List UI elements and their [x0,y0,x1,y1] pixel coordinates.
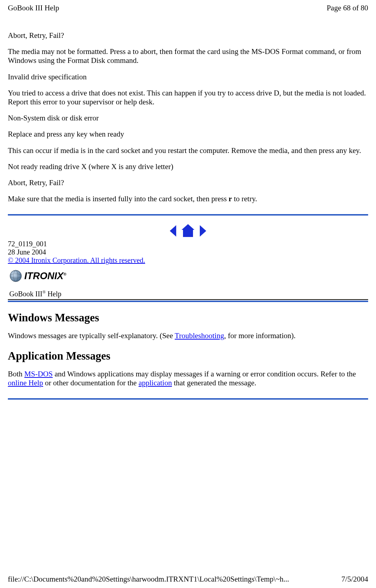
helpline-sup: ® [43,290,46,295]
divider-blue-1 [8,214,368,216]
s1-before: Windows messages are typically self-expl… [8,331,175,340]
s2-after: that generated the message. [172,379,256,387]
para-5: Non-System disk or disk error [8,114,368,123]
brand-name: ITRONIX [24,271,64,281]
doc-date: 28 June 2004 [8,248,368,256]
helpline-suffix: Help [46,290,61,298]
help-line: GoBook III® Help [9,290,367,299]
para-10-after: to retry. [232,194,257,203]
brand-reg: ® [64,272,66,276]
svg-marker-0 [170,225,176,237]
troubleshooting-link[interactable]: Troubleshooting [175,331,224,340]
para-10-before: Make sure that the media is inserted ful… [8,194,229,203]
brand-text: ITRONIX® [24,271,66,282]
footer-date: 7/5/2004 [341,575,368,584]
para-7: This can occur if media is in the card s… [8,146,368,155]
para-1: Abort, Retry, Fail? [8,31,368,40]
copyright-link[interactable]: © 2004 Itronix Corporation. All rights r… [8,256,145,264]
para-10: Make sure that the media is inserted ful… [8,194,368,203]
para-4: You tried to access a drive that does no… [8,89,368,107]
doc-number: 72_0119_001 [8,240,368,248]
heading-application-messages: Application Messages [8,350,368,362]
para-8: Not ready reading drive X (where X is an… [8,162,368,171]
para-2: The media may not be formatted. Press a … [8,47,368,65]
onlinehelp-link[interactable]: online Help [8,379,43,387]
logo-row: ITRONIX® [8,268,368,284]
para-3: Invalid drive specification [8,73,368,81]
s2-mid2: or other documentation for the [43,379,139,387]
heading-windows-messages: Windows Messages [8,311,368,324]
section-2-text: Both MS-DOS and Windows applications may… [8,370,368,387]
logo-block: ITRONIX® GoBook III® Help [8,268,368,302]
nav-buttons [8,223,368,238]
svg-point-3 [10,270,21,282]
section-1-text: Windows messages are typically self-expl… [8,331,368,340]
next-arrow-icon[interactable] [198,223,208,238]
application-link[interactable]: application [139,379,172,387]
prev-arrow-icon[interactable] [168,223,178,238]
s1-after: , for more information). [224,331,296,340]
main-content: Abort, Retry, Fail? The media may not be… [8,31,368,203]
svg-marker-1 [182,224,194,237]
globe-icon [9,270,22,282]
header-title: GoBook III Help [8,4,59,13]
page-header: GoBook III Help Page 68 of 80 [8,4,368,13]
divider-blue-2 [8,398,368,400]
footer-path: file://C:\Documents%20and%20Settings\har… [8,575,289,584]
rule-thin [8,299,368,300]
para-10-bold: r [229,194,232,203]
rule-blue [8,301,368,302]
para-6: Replace and press any key when ready [8,130,368,139]
svg-marker-2 [200,225,206,237]
page-indicator: Page 68 of 80 [327,4,368,13]
page-footer: file://C:\Documents%20and%20Settings\har… [8,575,368,584]
home-icon[interactable] [180,223,196,238]
msdos-link[interactable]: MS-DOS [24,370,53,378]
para-9: Abort, Retry, Fail? [8,178,368,187]
helpline-prefix: GoBook III [9,290,43,298]
s2-mid1: and Windows applications may display mes… [53,370,356,378]
s2-before: Both [8,370,24,378]
doc-info: 72_0119_001 28 June 2004 © 2004 Itronix … [8,240,368,265]
